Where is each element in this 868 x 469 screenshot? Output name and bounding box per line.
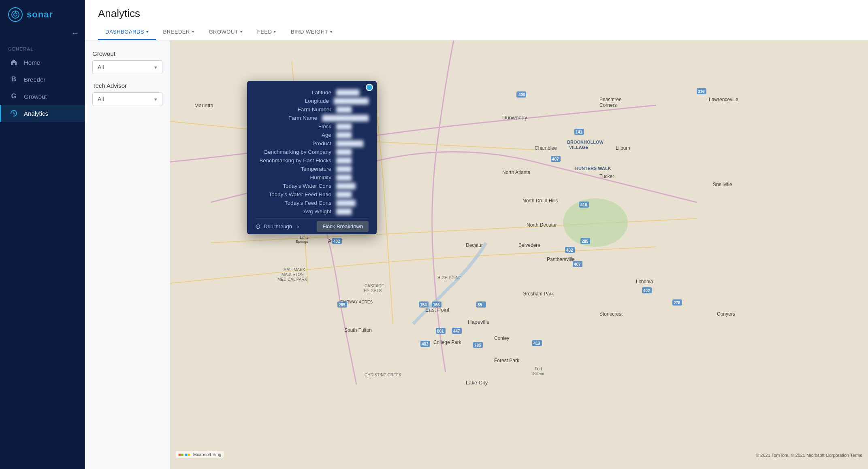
svg-text:801: 801 (437, 329, 444, 333)
svg-text:141: 141 (576, 130, 582, 134)
analytics-icon (9, 109, 18, 118)
svg-text:785: 785 (474, 343, 481, 348)
drill-through-right: Flock Breakdown (314, 223, 369, 229)
sidebar-item-growout-label: Growout (24, 93, 47, 100)
tooltip-row: Today's Feed Cons█████ (255, 199, 369, 207)
sidebar-item-growout[interactable]: G Growout (0, 88, 85, 105)
svg-text:Marietta: Marietta (194, 102, 214, 108)
tooltip-row-label: Flock (255, 123, 336, 129)
home-icon (9, 58, 18, 67)
tab-feed[interactable]: FEED ▾ (250, 25, 284, 40)
sidebar-item-home[interactable]: Home (0, 54, 85, 71)
drill-through-arrow-icon: › (297, 223, 299, 230)
svg-text:447: 447 (453, 329, 460, 333)
bing-text: Microsoft Bing (193, 452, 222, 457)
growout-icon: G (9, 92, 18, 101)
sidebar-item-breeder[interactable]: B Breeder (0, 71, 85, 88)
tooltip-row-value: ████ (336, 132, 369, 138)
tooltip-row-label: Farm Name (255, 115, 322, 121)
tooltip-row-label: Benchmarking by Past Flocks (255, 157, 336, 163)
svg-text:Springs: Springs (296, 240, 308, 244)
drill-through-icon: ⊙ (255, 223, 260, 230)
tech-advisor-filter-value: All (98, 96, 104, 102)
svg-text:Lake City: Lake City (466, 380, 488, 386)
svg-text:316: 316 (698, 89, 705, 94)
tooltip-row: Farm Name████████████ (255, 114, 369, 122)
tooltip-row: Farm Number████ (255, 105, 369, 114)
growout-filter-value: All (98, 64, 104, 70)
svg-text:Corners: Corners (599, 102, 617, 108)
tooltip-row: Age████ (255, 131, 369, 139)
svg-text:Dunwoody: Dunwoody (502, 115, 527, 121)
svg-text:Gillem: Gillem (533, 371, 544, 376)
svg-text:407: 407 (552, 157, 559, 161)
svg-text:North Atlanta: North Atlanta (502, 170, 531, 175)
sidebar-item-analytics[interactable]: Analytics (0, 105, 85, 122)
svg-text:400: 400 (518, 93, 525, 97)
filters-panel: Growout All ▾ Tech Advisor All ▾ (85, 40, 170, 469)
map-area[interactable]: Marietta Dunwoody Peachtree Corners Lawr… (170, 40, 868, 469)
sidebar-section-label: GENERAL (0, 42, 85, 54)
sidebar-item-analytics-label: Analytics (24, 110, 48, 117)
chevron-down-icon: ▾ (274, 30, 276, 34)
svg-text:Lithonia: Lithonia (636, 279, 653, 284)
tech-advisor-filter-select[interactable]: All ▾ (92, 92, 162, 106)
sidebar-logo: sonar (0, 0, 85, 28)
tooltip-row: Flock████ (255, 122, 369, 131)
svg-text:413: 413 (533, 341, 540, 346)
sidebar-toggle-area: ← (0, 28, 85, 42)
tooltip-row-value: ████ (336, 157, 369, 163)
svg-text:403: 403 (422, 342, 429, 346)
svg-text:North Decatur: North Decatur (527, 222, 557, 228)
svg-text:285: 285 (339, 303, 345, 307)
tooltip-row: Product███████ (255, 139, 369, 148)
map-copyright: © 2021 TomTom, © 2021 Microsoft Corporat… (756, 453, 862, 458)
svg-text:Belvedere: Belvedere (518, 242, 540, 248)
svg-text:Panthersville: Panthersville (547, 257, 575, 262)
svg-text:Stonecrest: Stonecrest (599, 311, 623, 317)
tech-advisor-filter-label: Tech Advisor (92, 82, 162, 89)
tooltip-row-label: Today's Water Cons (255, 183, 336, 189)
tab-dashboards[interactable]: DASHBOARDS ▾ (98, 25, 156, 40)
map-watermark: ■■ ■■ Microsoft Bing (176, 451, 224, 458)
tab-bar: DASHBOARDS ▾ BREEDER ▾ GROWOUT ▾ FEED ▾ … (98, 25, 855, 40)
tooltip-row-label: Longitude (255, 98, 334, 104)
tooltip-row: Temperature████ (255, 165, 369, 173)
tech-advisor-filter-group: Tech Advisor All ▾ (92, 82, 162, 106)
tooltip-row-value: ████ (336, 191, 369, 197)
svg-text:85: 85 (478, 303, 482, 307)
chevron-down-icon: ▾ (240, 30, 243, 34)
chevron-down-icon: ▾ (154, 64, 157, 70)
page-title: Analytics (98, 7, 855, 20)
sidebar-toggle-button[interactable]: ← (71, 29, 79, 38)
tooltip-popup: Latitude██████Longitude█████████Farm Num… (247, 81, 377, 234)
tab-bird-weight[interactable]: BIRD WEIGHT ▾ (284, 25, 340, 40)
tooltip-row-value: ██████ (336, 89, 369, 95)
svg-text:HALLMARK: HALLMARK (284, 267, 305, 272)
svg-text:BROOKHOLLOW: BROOKHOLLOW (567, 140, 604, 144)
drill-through-left: ⊙ Drill through › (255, 223, 299, 230)
svg-text:HEIGHTS: HEIGHTS (364, 289, 382, 293)
svg-text:Tucker: Tucker (599, 174, 614, 179)
breeder-icon: B (9, 75, 18, 84)
tab-growout[interactable]: GROWOUT ▾ (201, 25, 250, 40)
map-background: Marietta Dunwoody Peachtree Corners Lawr… (170, 40, 868, 469)
svg-text:Decatur: Decatur (466, 242, 483, 248)
svg-text:East Point: East Point (425, 307, 450, 313)
svg-text:154: 154 (420, 303, 427, 307)
flock-breakdown-tag[interactable]: Flock Breakdown (317, 221, 369, 232)
growout-filter-select[interactable]: All ▾ (92, 60, 162, 74)
drill-through-row[interactable]: ⊙ Drill through › Flock Breakdown (255, 218, 369, 234)
tooltip-row: Humidity████ (255, 173, 369, 182)
tooltip-row-value: █████ (336, 183, 369, 189)
svg-point-1 (14, 13, 17, 16)
tooltip-row-label: Temperature (255, 166, 336, 172)
logo-icon (8, 7, 23, 22)
svg-text:Snellville: Snellville (713, 182, 732, 187)
svg-text:North Druid Hills: North Druid Hills (523, 198, 558, 204)
svg-text:MEDICAL PARK: MEDICAL PARK (277, 277, 307, 282)
map-pin[interactable] (366, 84, 373, 91)
svg-text:Forest Park: Forest Park (494, 358, 520, 363)
tab-breeder[interactable]: BREEDER ▾ (156, 25, 202, 40)
logo-text: sonar (27, 9, 53, 20)
